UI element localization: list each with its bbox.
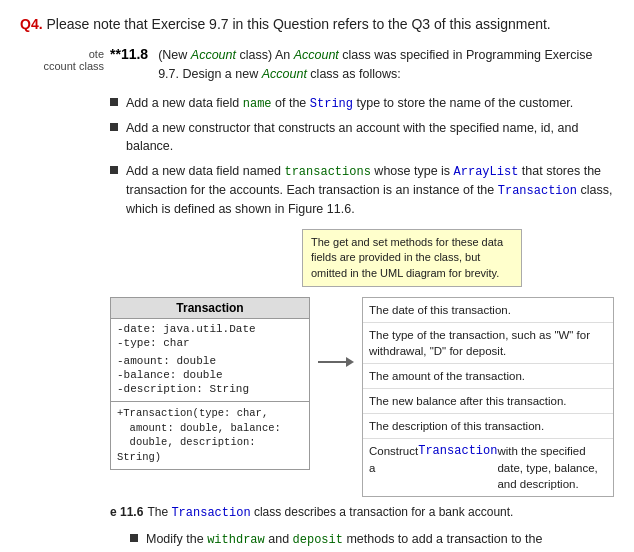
list-item: Add a new data field named transactions … (110, 162, 614, 219)
list-item: Add a new data field name of the String … (110, 94, 614, 113)
withdraw-code: withdraw (207, 533, 265, 547)
bullet-text-2: Add a new constructor that constructs an… (126, 119, 614, 157)
content-area: **11.8 (New Account class) An Account cl… (110, 46, 614, 552)
connector-line (318, 361, 346, 363)
diagram-area: Transaction -date: java.util.Date -type:… (110, 297, 614, 497)
intro4-text: class as follows: (307, 67, 401, 81)
connector-arrow (346, 357, 354, 367)
figure-text: The Transaction class describes a transa… (147, 505, 513, 520)
intro-text: (New (158, 48, 191, 62)
desc-row: The amount of the transaction. (363, 364, 613, 389)
uml-box: Transaction -date: java.util.Date -type:… (110, 297, 310, 470)
uml-field: -type: char (117, 337, 303, 349)
account-class-ref1: Account (191, 48, 236, 62)
q4-header: Q4. Please note that Exercise 9.7 in thi… (20, 16, 614, 32)
desc-row: The new balance after this transaction. (363, 389, 613, 414)
bullet-icon (110, 166, 118, 174)
intro2-text: class) An (236, 48, 294, 62)
desc-row: The description of this transaction. (363, 414, 613, 439)
problem-header: **11.8 (New Account class) An Account cl… (110, 46, 614, 84)
bottom-bullet-text-1: Modify the withdraw and deposit methods … (146, 530, 614, 552)
desc-row: The date of this transaction. (363, 298, 613, 323)
class-label: ccount class (20, 60, 104, 72)
uml-field: -description: String (117, 383, 303, 395)
q4-text: Please note that Exercise 9.7 in this Qu… (46, 16, 550, 32)
bullet-icon (110, 98, 118, 106)
desc-row: The type of the transaction, such as "W"… (363, 323, 613, 364)
problem-desc: (New Account class) An Account class was… (158, 46, 614, 84)
tooltip-wrapper: The get and set methods for these data f… (110, 229, 614, 287)
uml-field: -balance: double (117, 369, 303, 381)
transaction-code: Transaction (498, 184, 577, 198)
tooltip-box: The get and set methods for these data f… (302, 229, 522, 287)
connector (318, 357, 354, 367)
figure-caption: e 11.6 The Transaction class describes a… (110, 505, 614, 520)
note-label: ote (20, 48, 104, 60)
left-sidebar: ote ccount class (20, 46, 110, 552)
uml-field: -date: java.util.Date (117, 323, 303, 335)
name-code: name (243, 97, 272, 111)
bullet-icon (110, 123, 118, 131)
bullet-list: Add a new data field name of the String … (110, 94, 614, 219)
bottom-bullet-list: Modify the withdraw and deposit methods … (110, 530, 614, 552)
figure-label: e 11.6 (110, 505, 143, 519)
transaction-figure-ref: Transaction (171, 506, 250, 520)
diagram-container: The get and set methods for these data f… (110, 229, 614, 497)
string-code: String (310, 97, 353, 111)
desc-row: Construct a Transaction with the specifi… (363, 439, 613, 495)
page: Q4. Please note that Exercise 9.7 in thi… (0, 0, 634, 552)
transactions-code: transactions (284, 165, 370, 179)
problem-number: **11.8 (110, 46, 148, 62)
arraylist-code: ArrayList (454, 165, 519, 179)
transaction-ref: Transaction (418, 443, 497, 460)
uml-methods: +Transaction(type: char, amount: double,… (111, 402, 309, 469)
list-item: Add a new constructor that constructs an… (110, 119, 614, 157)
desc-table: The date of this transaction. The type o… (362, 297, 614, 497)
account-class-ref3: Account (262, 67, 307, 81)
q4-label: Q4. (20, 16, 43, 32)
deposit-code: deposit (293, 533, 343, 547)
account-class-ref2: Account (294, 48, 339, 62)
uml-method: +Transaction(type: char, amount: double,… (117, 406, 303, 465)
bullet-text-1: Add a new data field name of the String … (126, 94, 573, 113)
uml-title: Transaction (111, 298, 309, 319)
uml-fields: -date: java.util.Date -type: char -amoun… (111, 319, 309, 402)
bullet-icon (130, 534, 138, 542)
bullet-text-3: Add a new data field named transactions … (126, 162, 614, 219)
uml-field: -amount: double (117, 355, 303, 367)
main-content: ote ccount class **11.8 (New Account cla… (20, 46, 614, 552)
list-item: Modify the withdraw and deposit methods … (130, 530, 614, 552)
